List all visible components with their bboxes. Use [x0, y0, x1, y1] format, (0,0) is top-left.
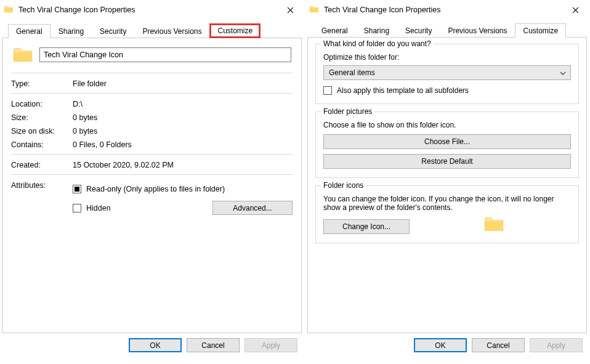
folder-icon [12, 46, 39, 64]
separator [11, 73, 293, 73]
tab-customize[interactable]: Customize [209, 23, 261, 38]
created-label: Created: [11, 161, 73, 169]
change-icon-button[interactable]: Change Icon... [323, 219, 410, 234]
tab-previous-versions[interactable]: Previous Versions [440, 23, 515, 38]
tab-sharing[interactable]: Sharing [356, 23, 397, 38]
properties-dialog-customize: Tech Viral Change Icon Properties Genera… [305, 0, 589, 358]
ok-button[interactable]: OK [129, 338, 182, 352]
readonly-checkbox[interactable] [73, 185, 81, 193]
group-title: Folder icons [321, 181, 366, 190]
optimize-label: Optimize this folder for: [323, 53, 571, 62]
folder-icon [4, 5, 14, 15]
dialog-buttons: OK Cancel Apply [0, 333, 304, 358]
close-icon[interactable] [563, 1, 588, 19]
folder-icon [309, 5, 319, 15]
hidden-checkbox[interactable] [73, 204, 81, 212]
titlebar: Tech Viral Change Icon Properties [305, 0, 589, 20]
chevron-down-icon [559, 70, 567, 79]
separator [11, 174, 293, 175]
tab-general[interactable]: General [313, 23, 356, 38]
group-folder-type: What kind of folder do you want? Optimiz… [315, 44, 579, 104]
titlebar: Tech Viral Change Icon Properties [0, 0, 304, 20]
location-value: D:\ [73, 100, 83, 108]
group-title: Folder pictures [321, 107, 374, 116]
hidden-label: Hidden [86, 204, 176, 212]
contains-label: Contains: [11, 140, 73, 149]
contains-value: 0 Files, 0 Folders [73, 140, 132, 149]
tab-strip: General Sharing Security Previous Versio… [2, 20, 302, 38]
folder-name-input[interactable] [39, 47, 291, 62]
folder-pictures-desc: Choose a file to show on this folder ico… [323, 121, 571, 129]
apply-subfolders-label: Also apply this template to all subfolde… [337, 86, 469, 95]
created-value: 15 October 2020, 9.02.02 PM [73, 161, 174, 169]
ok-button[interactable]: OK [414, 338, 467, 352]
tab-sharing[interactable]: Sharing [51, 24, 92, 38]
optimize-dropdown[interactable]: General items [323, 65, 571, 80]
apply-button[interactable]: Apply [244, 338, 297, 352]
window-title: Tech Viral Change Icon Properties [324, 6, 563, 14]
customize-panel: What kind of folder do you want? Optimiz… [307, 38, 587, 333]
tab-previous-versions[interactable]: Previous Versions [134, 24, 209, 38]
dropdown-value: General items [329, 68, 375, 77]
general-panel: Type: File folder Location: D:\ Size: 0 … [2, 38, 302, 333]
group-folder-icons: Folder icons You can change the folder i… [315, 185, 579, 243]
choose-file-button[interactable]: Choose File... [323, 134, 571, 149]
properties-dialog-general: Tech Viral Change Icon Properties Genera… [0, 0, 304, 358]
type-value: File folder [73, 79, 107, 88]
tab-security[interactable]: Security [397, 23, 440, 38]
type-label: Type: [11, 79, 73, 88]
size-on-disk-label: Size on disk: [11, 127, 73, 135]
tab-general[interactable]: General [8, 24, 51, 38]
group-title: What kind of folder do you want? [321, 39, 434, 48]
folder-icons-desc: You can change the folder icon. If you c… [323, 195, 571, 212]
apply-button[interactable]: Apply [530, 338, 583, 352]
size-value: 0 bytes [73, 113, 97, 122]
location-label: Location: [11, 100, 73, 108]
cancel-button[interactable]: Cancel [472, 338, 525, 352]
window-title: Tech Viral Change Icon Properties [18, 6, 278, 14]
tab-security[interactable]: Security [92, 24, 134, 38]
tab-strip: General Sharing Security Previous Versio… [307, 20, 587, 38]
size-on-disk-value: 0 bytes [73, 127, 97, 135]
cancel-button[interactable]: Cancel [187, 338, 240, 352]
close-icon[interactable] [278, 1, 302, 19]
size-label: Size: [11, 113, 73, 122]
group-folder-pictures: Folder pictures Choose a file to show on… [315, 111, 579, 178]
readonly-label: Read-only (Only applies to files in fold… [86, 185, 225, 193]
tab-customize[interactable]: Customize [515, 23, 566, 38]
advanced-button[interactable]: Advanced... [212, 201, 293, 215]
separator [11, 93, 293, 94]
folder-icon [483, 215, 504, 233]
dialog-buttons: OK Cancel Apply [305, 333, 589, 358]
restore-default-button[interactable]: Restore Default [323, 154, 571, 169]
apply-subfolders-checkbox[interactable] [323, 86, 332, 95]
separator [11, 154, 293, 155]
attributes-label: Attributes: [11, 181, 73, 190]
